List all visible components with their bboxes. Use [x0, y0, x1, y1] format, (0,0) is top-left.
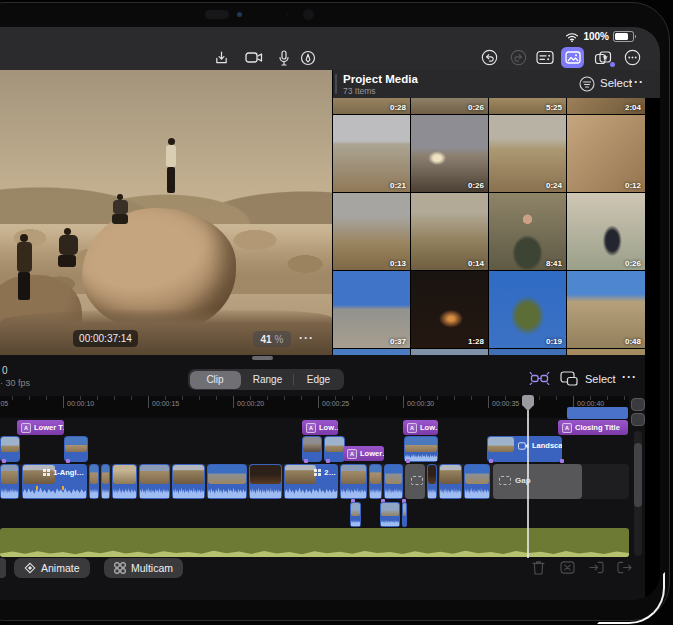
clip-thumbnail [113, 465, 136, 484]
timeline-scrollbar-thumb[interactable] [634, 443, 642, 507]
title-clip[interactable]: ALower… [343, 446, 384, 461]
ruler-major-tick [233, 396, 234, 408]
media-thumbnail[interactable]: 1:28 [411, 271, 488, 348]
timeline-scrollbar[interactable] [634, 431, 642, 556]
media-filter-button[interactable] [579, 76, 595, 92]
media-thumbnail[interactable]: 0:13 [333, 193, 410, 270]
connected-clip-below[interactable] [350, 502, 361, 527]
storyline-clip[interactable] [384, 464, 403, 499]
toolbar-partial-button[interactable] [0, 558, 6, 578]
storyline-clip[interactable] [112, 464, 137, 499]
media-thumbnail[interactable]: 0:19 [489, 271, 566, 348]
multicam-button[interactable]: Multicam [104, 558, 183, 578]
media-thumbnail[interactable]: 0:26 [567, 193, 645, 270]
title-clip[interactable]: ALow… [302, 420, 338, 435]
more-ellipsis-icon [624, 49, 641, 66]
audio-waveform [1, 485, 18, 498]
media-thumbnail[interactable]: 0:21 [333, 115, 410, 192]
playhead-line [527, 395, 529, 558]
ruler-major-tick [318, 396, 319, 408]
panel-drag-bar[interactable] [335, 74, 337, 94]
media-thumbnail[interactable]: 2:04 [567, 98, 645, 114]
media-thumbnail[interactable]: 0:37 [333, 271, 410, 348]
audio-waveform [140, 485, 169, 498]
storyline-clip-multicam[interactable]: 1-Angl… [22, 464, 87, 499]
title-clip[interactable]: ALow… [403, 420, 438, 435]
import-button[interactable] [210, 48, 232, 67]
title-clip-label: Lower… [360, 449, 384, 458]
storyline-clip-multicam[interactable]: 2… [284, 464, 338, 499]
undo-button[interactable] [478, 48, 500, 67]
media-thumbnail[interactable]: 0:24 [489, 115, 566, 192]
viewer-more-button[interactable]: ··· [299, 331, 314, 345]
media-thumbnail[interactable]: 8:41 [489, 193, 566, 270]
effects-button[interactable] [592, 48, 614, 67]
inspector-button[interactable] [534, 48, 556, 67]
media-thumbnail[interactable]: 0:14 [411, 193, 488, 270]
record-button[interactable] [243, 48, 265, 67]
storyline-clip[interactable] [464, 464, 490, 499]
panel-resize-handle[interactable] [252, 356, 273, 360]
media-thumbnail[interactable]: 0:28 [333, 98, 410, 114]
timeline-select-button[interactable]: Select [585, 373, 616, 385]
mode-clip[interactable]: Clip [190, 371, 241, 389]
media-thumbnail[interactable]: 0:48 [567, 271, 645, 348]
storyline-clip[interactable] [427, 464, 437, 499]
media-thumbnail[interactable]: 0:26 [411, 115, 488, 192]
media-select-label: Select [600, 77, 632, 89]
title-clip[interactable]: ALower T… [17, 420, 64, 435]
clip-duration: 0:24 [546, 181, 562, 190]
ruler-major-tick [403, 396, 404, 408]
timeline-scroll-button-bottom[interactable] [631, 413, 645, 426]
trash-icon [532, 560, 545, 575]
jog-wheel-button[interactable] [529, 371, 550, 386]
storyline-clip[interactable] [172, 464, 205, 499]
storyline-clip[interactable] [340, 464, 367, 499]
media-thumbnail[interactable]: 5:25 [489, 98, 566, 114]
more-button[interactable] [621, 48, 643, 67]
blade-icon [560, 561, 575, 574]
timeline-scroll-button-top[interactable] [631, 398, 645, 411]
pencil-tool-button[interactable] [297, 48, 319, 67]
media-thumbnail[interactable]: 0:12 [567, 115, 645, 192]
gap-clip[interactable]: Gap [493, 464, 582, 499]
storyline-clip[interactable] [207, 464, 247, 499]
storyline-clip[interactable] [101, 464, 110, 499]
connected-clip-below[interactable] [402, 502, 407, 527]
mode-range[interactable]: Range [242, 369, 293, 390]
animate-button[interactable]: Animate [14, 558, 90, 578]
clip-duration: 0:28 [390, 103, 406, 112]
mode-edge[interactable]: Edge [293, 369, 344, 390]
media-browser-button[interactable] [561, 47, 584, 68]
storyline-clip[interactable] [0, 464, 19, 499]
storyline-clip[interactable] [89, 464, 99, 499]
media-panel-header: Project Media 73 Items Select ··· [333, 70, 660, 98]
selection-mode-control: Clip Range Edge [188, 369, 344, 390]
media-thumbnail[interactable]: 0:26 [411, 98, 488, 114]
connected-clip-below[interactable] [380, 502, 400, 527]
storyline-clip[interactable] [139, 464, 170, 499]
audio-waveform [173, 485, 204, 498]
timeline-more-button[interactable]: ··· [622, 370, 637, 384]
viewer-zoom-control[interactable]: 41 % [253, 331, 291, 347]
storyline-clip[interactable] [439, 464, 462, 499]
redo-button[interactable] [507, 48, 529, 67]
clip-label-row: 2… [314, 468, 336, 477]
voiceover-button[interactable] [273, 48, 295, 67]
clip-duration: 0:14 [468, 259, 484, 268]
blade-button[interactable] [558, 559, 576, 576]
title-clip-closing[interactable]: AClosing Title [558, 420, 628, 435]
title-clip-label: Low… [420, 423, 438, 432]
timeline-ruler[interactable]: 00:00:05 00:00:10 00:00:15 00:00:20 00:0… [0, 396, 629, 418]
viewer-timecode[interactable]: 00:00:37:14 [73, 330, 138, 347]
viewer-overlay-button[interactable] [560, 371, 578, 386]
connected-clip-bar[interactable] [567, 407, 628, 419]
audio-track[interactable] [0, 528, 629, 557]
connected-clip-landscape[interactable]: Landscap… [487, 436, 562, 462]
storyline-clip[interactable] [369, 464, 382, 499]
storyline-clip[interactable] [249, 464, 282, 499]
delete-button[interactable] [529, 559, 547, 576]
media-more-button[interactable]: ··· [629, 75, 644, 89]
gap-clip-small[interactable]: G… [405, 464, 425, 499]
media-select-button[interactable]: Select [600, 77, 632, 89]
